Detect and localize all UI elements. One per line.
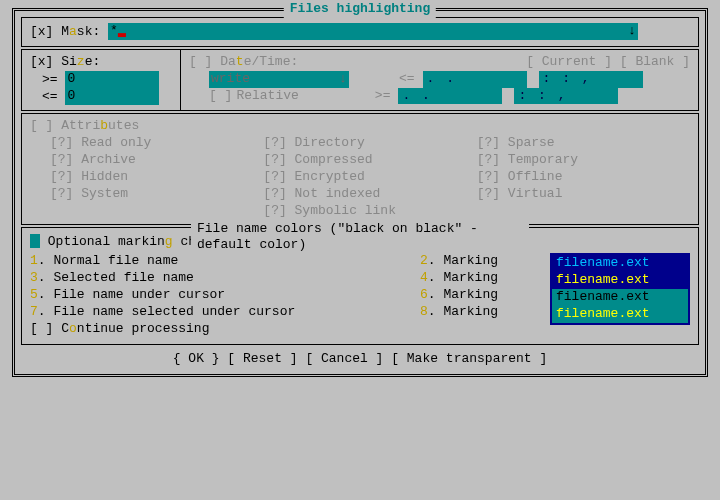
attr-offline[interactable]: [?] Offline <box>477 169 690 186</box>
size-le-input[interactable]: 0 <box>65 88 159 105</box>
size-section: [x] Size: >= 0 <= 0 <box>21 49 181 111</box>
attr-encrypted[interactable]: [?] Encrypted <box>263 169 476 186</box>
marking-col: 2. Marking 4. Marking 6. Marking 8. Mark… <box>420 253 550 337</box>
dt-ge-op: >= <box>375 88 391 105</box>
attr-sparse[interactable]: [?] Sparse <box>477 135 690 152</box>
relative-checkbox[interactable]: [ ] <box>209 88 232 105</box>
size-datetime-row: [x] Size: >= 0 <= 0 [ ] Date/Time: [ Cur… <box>21 49 699 111</box>
make-transparent-button[interactable]: [ Make transparent ] <box>391 351 547 366</box>
marking-2[interactable]: 2. Marking <box>420 253 550 270</box>
dt-ge-time[interactable]: : : , <box>514 88 618 105</box>
attr-hidden[interactable]: [?] Hidden <box>50 169 263 186</box>
marking-6[interactable]: 6. Marking <box>420 287 550 304</box>
attributes-checkbox[interactable]: [ ] <box>30 118 53 133</box>
attr-notindexed[interactable]: [?] Not indexed <box>263 186 476 203</box>
sample-normal: filename.ext <box>552 255 688 272</box>
marking-8[interactable]: 8. Marking <box>420 304 550 321</box>
attr-readonly[interactable]: [?] Read only <box>50 135 263 152</box>
dialog-title: Files highlighting <box>284 1 436 18</box>
dt-le-date[interactable]: . . <box>423 71 527 88</box>
attr-system[interactable]: [?] System <box>50 186 263 203</box>
continue-processing[interactable]: [ ] Continue processing <box>30 321 420 338</box>
relative-label: Relative <box>232 88 298 105</box>
attr-directory[interactable]: [?] Directory <box>263 135 476 152</box>
attr-col2: [?] Directory [?] Compressed [?] Encrypt… <box>263 135 476 219</box>
datetime-type-select[interactable]: write <box>209 71 349 88</box>
attr-virtual[interactable]: [?] Virtual <box>477 186 690 203</box>
mask-section: [x] Mask: *▂ <box>21 17 699 47</box>
color-names-col: 1. Normal file name 3. Selected file nam… <box>30 253 420 337</box>
sample-selcursor: filename.ext <box>552 306 688 323</box>
colors-title: File name colors ("black on black" - def… <box>191 221 529 255</box>
mask-label: Mask: <box>61 24 100 39</box>
attributes-section: [ ] Attributes [?] Read only [?] Archive… <box>21 113 699 224</box>
attr-archive[interactable]: [?] Archive <box>50 152 263 169</box>
current-button[interactable]: [ Current ] <box>526 54 612 69</box>
blank-button[interactable]: [ Blank ] <box>620 54 690 69</box>
color-selcursor[interactable]: 7. File name selected under cursor <box>30 304 420 321</box>
size-ge-op: >= <box>42 72 58 87</box>
color-cursor[interactable]: 5. File name under cursor <box>30 287 420 304</box>
size-le-op: <= <box>42 89 58 104</box>
sample-cursor: filename.ext <box>552 289 688 306</box>
reset-button[interactable]: [ Reset ] <box>227 351 297 366</box>
attributes-label: Attributes <box>61 118 139 133</box>
size-label: Size: <box>61 54 100 69</box>
size-checkbox[interactable]: [x] <box>30 54 53 69</box>
mask-checkbox[interactable]: [x] <box>30 24 53 39</box>
attr-col3: [?] Sparse [?] Temporary [?] Offline [?]… <box>477 135 690 219</box>
datetime-section: [ ] Date/Time: [ Current ] [ Blank ] wri… <box>181 49 699 111</box>
ok-button[interactable]: { OK } <box>173 351 220 366</box>
caret-icon: ▂ <box>118 23 126 38</box>
marker-icon <box>30 234 40 248</box>
colors-section: File name colors ("black on black" - def… <box>21 227 699 345</box>
dt-le-op: <= <box>399 71 415 88</box>
datetime-label: Date/Time: <box>220 54 298 69</box>
color-normal[interactable]: 1. Normal file name <box>30 253 420 270</box>
attr-compressed[interactable]: [?] Compressed <box>263 152 476 169</box>
size-ge-input[interactable]: 0 <box>65 71 159 88</box>
marking-4[interactable]: 4. Marking <box>420 270 550 287</box>
dialog-files-highlighting: Files highlighting [x] Mask: *▂ [x] Size… <box>12 8 708 377</box>
mask-input[interactable]: *▂ <box>108 23 638 40</box>
button-bar: { OK } [ Reset ] [ Cancel ] [ Make trans… <box>21 347 699 368</box>
sample-selected: filename.ext <box>552 272 688 289</box>
dt-le-time[interactable]: : : , <box>539 71 643 88</box>
attr-col1: [?] Read only [?] Archive [?] Hidden [?]… <box>50 135 263 219</box>
cancel-button[interactable]: [ Cancel ] <box>305 351 383 366</box>
color-selected[interactable]: 3. Selected file name <box>30 270 420 287</box>
dt-ge-date[interactable]: . . <box>398 88 502 105</box>
attr-temporary[interactable]: [?] Temporary <box>477 152 690 169</box>
attr-symlink[interactable]: [?] Symbolic link <box>263 203 476 220</box>
datetime-checkbox[interactable]: [ ] <box>189 54 212 69</box>
color-preview: filename.ext filename.ext filename.ext f… <box>550 253 690 337</box>
